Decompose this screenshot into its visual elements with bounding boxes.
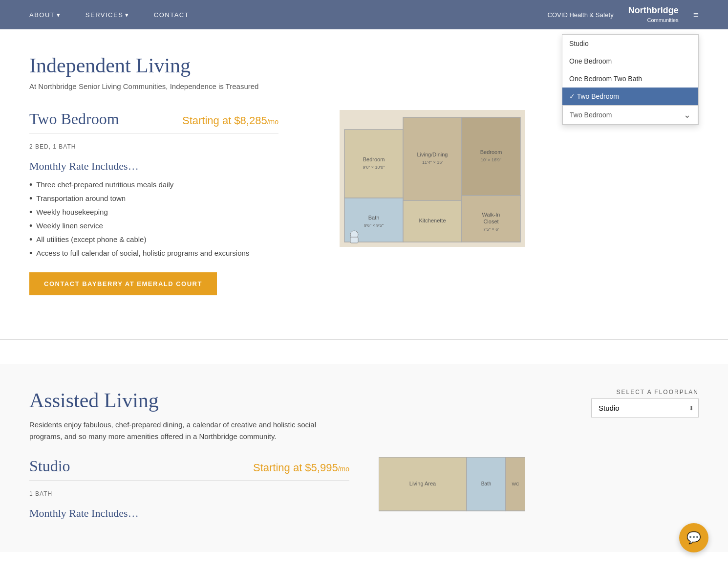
svg-rect-7 [462, 117, 520, 196]
svg-text:9'6" × 9'5": 9'6" × 9'5" [364, 223, 384, 228]
floorplan-svg: Bedroom 9'6" × 10'8" Living/Dining 11'4"… [308, 110, 557, 247]
svg-text:10' × 16'9": 10' × 16'9" [481, 157, 501, 162]
amenity-item: Weekly housekeeping [29, 208, 278, 217]
nav-contact[interactable]: CONTACT [154, 11, 189, 19]
assisted-living-desc: Residents enjoy fabulous, chef-prepared … [29, 419, 322, 442]
contact-cta-button[interactable]: CONTACT BAYBERRY AT EMERALD COURT [29, 272, 217, 295]
dropdown-expand-icon: ⌄ [684, 110, 691, 120]
dropdown-option-one-bedroom[interactable]: One Bedroom [562, 52, 698, 70]
unit-price: Starting at $8,285/mo [182, 114, 278, 127]
unit-info: Two Bedroom Starting at $8,285/mo 2 BED,… [29, 110, 278, 295]
hamburger-icon[interactable]: ≡ [693, 9, 699, 21]
studio-header: Studio Starting at $5,995/mo [29, 457, 349, 481]
nav-left: ABOUT ▾ SERVICES ▾ CONTACT [29, 11, 189, 19]
studio-monthly-rate-title: Monthly Rate Includes… [29, 507, 349, 520]
unit-beds: 2 BED, 1 BATH [29, 143, 278, 150]
amenity-item: Access to full calendar of social, holis… [29, 249, 278, 258]
dropdown-option-two-bedroom[interactable]: Two Bedroom [562, 88, 698, 105]
svg-rect-4 [403, 117, 462, 200]
chevron-down-icon: ▾ [125, 11, 129, 19]
svg-rect-1 [344, 130, 403, 198]
studio-name: Studio [29, 457, 70, 475]
floorplan-dropdown-open[interactable]: Studio One Bedroom One Bedroom Two Bath … [562, 34, 699, 125]
monthly-rate-title: Monthly Rate Includes… [29, 160, 278, 173]
studio-info: Studio Starting at $5,995/mo 1 BATH Mont… [29, 457, 349, 528]
nav-covid[interactable]: COVID Health & Safety [548, 11, 614, 19]
nav-right: COVID Health & Safety Northbridge Commun… [548, 5, 699, 24]
svg-text:Closet: Closet [483, 219, 498, 224]
chat-bubble-button[interactable]: 💬 [679, 523, 708, 552]
dropdown-option-one-bedroom-two-bath[interactable]: One Bedroom Two Bath [562, 70, 698, 88]
svg-text:Bath: Bath [481, 481, 492, 486]
studio-price: Starting at $5,995/mo [253, 462, 349, 474]
amenity-item: All utilities (except phone & cable) [29, 235, 278, 244]
svg-text:7'5" × 6': 7'5" × 6' [483, 227, 499, 232]
svg-text:11'4" × 15': 11'4" × 15' [422, 160, 443, 165]
assisted-living-title: Assisted Living [29, 389, 591, 412]
assisted-right: SELECT A FLOORPLAN Studio One Bedroom On… [591, 389, 699, 418]
amenity-item: Three chef-prepared nutritious meals dai… [29, 180, 278, 189]
nav-services[interactable]: SERVICES ▾ [86, 11, 129, 19]
chevron-down-icon: ▾ [57, 11, 61, 19]
chat-icon: 💬 [686, 531, 701, 545]
studio-layout: Studio Starting at $5,995/mo 1 BATH Mont… [29, 457, 699, 528]
navbar: ABOUT ▾ SERVICES ▾ CONTACT COVID Health … [0, 0, 728, 29]
amenity-item: Weekly linen service [29, 221, 278, 230]
studio-beds: 1 BATH [29, 490, 349, 497]
floorplan-dropdown-wrapper: Studio One Bedroom One Bedroom Two Bath … [0, 29, 728, 34]
section-divider [0, 339, 728, 340]
svg-rect-14 [350, 237, 358, 243]
svg-text:Living Area: Living Area [409, 481, 436, 486]
svg-text:9'6" × 10'8": 9'6" × 10'8" [363, 165, 385, 170]
independent-living-title: Independent Living [29, 54, 557, 77]
svg-text:Walk-In: Walk-In [482, 212, 500, 218]
studio-floorplan-svg: Living Area Bath WC [379, 457, 525, 516]
amenity-item: Transportation around town [29, 194, 278, 203]
assisted-living-section: Assisted Living Residents enjoy fabulous… [0, 364, 728, 552]
dropdown-selected-label: Two Bedroom [570, 111, 612, 119]
assisted-floorplan-select[interactable]: Studio One Bedroom One Bedroom Two Bath … [591, 398, 699, 418]
assisted-header-row: Assisted Living Residents enjoy fabulous… [29, 389, 699, 457]
svg-text:Living/Dining: Living/Dining [417, 152, 448, 157]
unit-floorplan: Bedroom 9'6" × 10'8" Living/Dining 11'4"… [308, 110, 557, 295]
nav-logo: Northbridge Communities [628, 5, 679, 24]
svg-text:Bedroom: Bedroom [363, 156, 385, 162]
assisted-left: Assisted Living Residents enjoy fabulous… [29, 389, 591, 457]
svg-text:WC: WC [512, 482, 519, 486]
dropdown-option-studio[interactable]: Studio [562, 35, 698, 52]
svg-text:Bedroom: Bedroom [480, 149, 502, 155]
independent-living-subtitle: At Northbridge Senior Living Communities… [29, 82, 557, 90]
svg-text:Kitchenette: Kitchenette [419, 218, 446, 223]
unit-header: Two Bedroom Starting at $8,285/mo [29, 110, 278, 133]
studio-floorplan: Living Area Bath WC [379, 457, 699, 528]
amenities-list: Three chef-prepared nutritious meals dai… [29, 180, 278, 258]
nav-about[interactable]: ABOUT ▾ [29, 11, 61, 19]
select-floorplan-label: SELECT A FLOORPLAN [591, 389, 699, 396]
independent-living-section: Independent Living At Northbridge Senior… [0, 34, 586, 315]
assisted-select-wrapper: Studio One Bedroom One Bedroom Two Bath … [591, 398, 699, 418]
unit-layout: Two Bedroom Starting at $8,285/mo 2 BED,… [29, 110, 557, 295]
svg-text:Bath: Bath [368, 215, 380, 220]
unit-name: Two Bedroom [29, 110, 119, 128]
